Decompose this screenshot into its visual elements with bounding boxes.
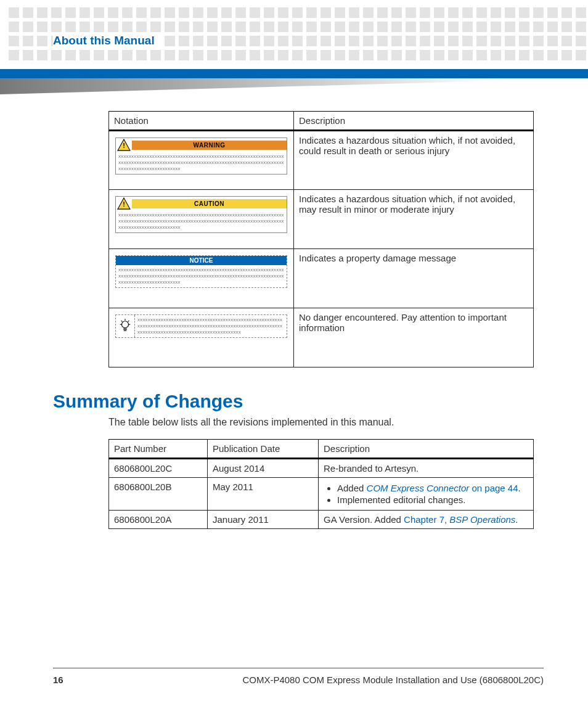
page-title: About this Manual — [53, 34, 161, 47]
list-item: Implemented editorial changes. — [337, 495, 528, 505]
table-row: 6806800L20B May 2011 Added COM Express C… — [109, 478, 534, 511]
link-chapter-7-bsp[interactable]: Chapter 7, BSP Operations — [404, 514, 515, 525]
caution-label: CAUTION — [132, 199, 287, 208]
table-row: 6806800L20A January 2011 GA Version. Add… — [109, 511, 534, 529]
change-part-1: 6806800L20B — [109, 478, 208, 511]
svg-line-8 — [121, 321, 123, 322]
changes-table: Part Number Publication Date Description… — [108, 439, 534, 529]
bullet-prefix: Added — [337, 483, 367, 493]
change-date-0: August 2014 — [208, 459, 319, 478]
content-area: Notation Description ! WARNING xxxxxxxxx… — [53, 111, 535, 529]
notation-notice-cell: NOTICE xxxxxxxxxxxxxxxxxxxxxxxxxxxxxxxxx… — [109, 249, 294, 308]
notation-warning-cell: ! WARNING xxxxxxxxxxxxxxxxxxxxxxxxxxxxxx… — [109, 131, 294, 190]
table-row: 6806800L20C August 2014 Re-branded to Ar… — [109, 459, 534, 478]
table-row: ! WARNING xxxxxxxxxxxxxxxxxxxxxxxxxxxxxx… — [109, 131, 534, 190]
header-wedge — [0, 78, 588, 94]
change-part-0: 6806800L20C — [109, 459, 208, 478]
changes-header-desc: Description — [319, 440, 534, 459]
notation-info-cell: xxxxxxxxxxxxxxxxxxxxxxxxxxxxxxxxxxxxxxxx… — [109, 308, 294, 367]
changes-header-date: Publication Date — [208, 440, 319, 459]
svg-text:!: ! — [123, 142, 125, 149]
decor-row-4 — [9, 50, 586, 60]
decor-row-1 — [9, 7, 586, 18]
notation-caution-cell: ! CAUTION xxxxxxxxxxxxxxxxxxxxxxxxxxxxxx… — [109, 190, 294, 249]
desc-suffix: . — [515, 514, 518, 525]
filler-text: xxxxxxxxxxxxxxxxxxxxxxxxxxxxxxxxxxxxxxxx… — [134, 315, 287, 337]
change-desc-2: GA Version. Added Chapter 7, BSP Operati… — [319, 511, 534, 529]
section-heading-summary: Summary of Changes — [53, 391, 535, 412]
change-desc-1: Added COM Express Connector on page 44. … — [319, 478, 534, 511]
svg-line-9 — [128, 321, 129, 322]
svg-text:!: ! — [123, 200, 125, 208]
decor-row-2 — [9, 22, 586, 32]
notice-label: NOTICE — [116, 256, 287, 265]
list-item: Added COM Express Connector on page 44. — [337, 483, 528, 493]
warning-triangle-icon: ! — [116, 197, 132, 210]
change-desc-0: Re-branded to Artesyn. — [319, 459, 534, 478]
change-date-1: May 2011 — [208, 478, 319, 511]
notation-table: Notation Description ! WARNING xxxxxxxxx… — [108, 111, 534, 367]
notation-caution-desc: Indicates a hazardous situation which, i… — [294, 190, 534, 249]
table-row: ! CAUTION xxxxxxxxxxxxxxxxxxxxxxxxxxxxxx… — [109, 190, 534, 249]
change-date-2: January 2011 — [208, 511, 319, 529]
lightbulb-icon — [116, 315, 134, 337]
footer-doc-title: COMX-P4080 COM Express Module Installati… — [242, 675, 544, 685]
table-row: xxxxxxxxxxxxxxxxxxxxxxxxxxxxxxxxxxxxxxxx… — [109, 308, 534, 367]
notation-notice-desc: Indicates a property damage message — [294, 249, 534, 308]
desc-prefix: GA Version. Added — [324, 514, 404, 525]
table-row: NOTICE xxxxxxxxxxxxxxxxxxxxxxxxxxxxxxxxx… — [109, 249, 534, 308]
filler-text: xxxxxxxxxxxxxxxxxxxxxxxxxxxxxxxxxxxxxxxx… — [116, 152, 287, 174]
svg-point-4 — [122, 321, 129, 328]
notation-warning-desc: Indicates a hazardous situation which, i… — [294, 131, 534, 190]
notation-header-description: Description — [294, 112, 534, 131]
warning-label: WARNING — [132, 141, 287, 150]
header-blue-bar — [0, 69, 588, 78]
warning-triangle-icon: ! — [116, 138, 132, 152]
link-com-express-connector[interactable]: COM Express Connector on page 44 — [367, 483, 518, 493]
bullet-suffix: . — [518, 483, 521, 493]
filler-text: xxxxxxxxxxxxxxxxxxxxxxxxxxxxxxxxxxxxxxxx… — [116, 210, 287, 232]
summary-intro: The table below lists all the revisions … — [108, 417, 535, 428]
bullet-prefix: Implemented editorial changes. — [337, 495, 465, 505]
filler-text: xxxxxxxxxxxxxxxxxxxxxxxxxxxxxxxxxxxxxxxx… — [116, 265, 287, 287]
change-part-2: 6806800L20A — [109, 511, 208, 529]
page-footer: 16 COMX-P4080 COM Express Module Install… — [53, 668, 544, 685]
notation-info-desc: No danger encountered. Pay attention to … — [294, 308, 534, 367]
notation-header-notation: Notation — [109, 112, 294, 131]
changes-header-part: Part Number — [109, 440, 208, 459]
page-number: 16 — [53, 675, 63, 685]
